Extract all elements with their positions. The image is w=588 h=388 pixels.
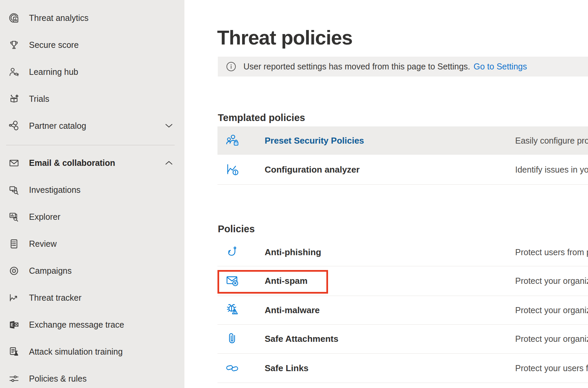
row-configuration-analyzer[interactable]: Configuration analyzer Identify issues i… [217, 155, 588, 185]
page-title: Threat policies [217, 26, 352, 49]
policy-row-label: Configuration analyzer [265, 165, 360, 175]
policy-row-description: Protect your organiz [515, 276, 588, 286]
anti-spam-icon [225, 273, 240, 289]
chevron-down-icon[interactable] [165, 123, 173, 128]
sidebar-item-label: Secure score [29, 40, 79, 50]
row-anti-spam[interactable]: Anti-spam Protect your organiz [217, 266, 588, 296]
sidebar-item-investigations[interactable]: Investigations [0, 176, 184, 203]
templated-policies-heading: Templated policies [218, 112, 305, 123]
sidebar-item-label: Policies & rules [29, 374, 87, 384]
row-safe-links[interactable]: Safe Links Protect your users fr [217, 353, 588, 383]
sidebar-item-partner-catalog[interactable]: Partner catalog [0, 112, 184, 139]
row-safe-attachments[interactable]: Safe Attachments Protect your organiz [217, 324, 588, 354]
learning-hub-icon [7, 65, 21, 79]
safe-attachments-icon [225, 331, 240, 347]
campaigns-icon [7, 264, 21, 277]
safe-links-icon [225, 360, 240, 376]
sidebar-item-campaigns[interactable]: Campaigns [0, 257, 184, 284]
policy-row-description: Protect your organiz [515, 305, 588, 315]
policy-row-description: Protect users from p [515, 247, 588, 257]
sidebar-nav: Threat analytics Secure score Learning h… [0, 0, 184, 388]
info-icon [226, 62, 236, 71]
policy-row-description: Protect your organiz [515, 334, 588, 344]
exchange-icon [7, 318, 21, 331]
banner-text: User reported settings has moved from th… [243, 62, 470, 71]
explorer-icon [7, 210, 21, 223]
sidebar-item-label: Partner catalog [29, 121, 86, 131]
partner-catalog-icon [7, 119, 21, 132]
sidebar-item-label: Review [29, 239, 57, 249]
sidebar-item-policies-rules[interactable]: Policies & rules [0, 365, 184, 388]
review-icon [7, 237, 21, 250]
trials-icon [7, 92, 21, 106]
anti-phishing-icon [225, 244, 240, 260]
sidebar-item-label: Attack simulation training [29, 347, 123, 357]
threat-policies-page: Threat analytics Secure score Learning h… [0, 0, 588, 388]
sidebar-item-label: Threat tracker [29, 293, 82, 303]
threat-tracker-icon [7, 291, 21, 304]
info-banner: User reported settings has moved from th… [218, 57, 588, 77]
threat-analytics-icon [7, 11, 21, 25]
sidebar-item-secure-score[interactable]: Secure score [0, 31, 184, 58]
preset-security-policies-icon [225, 133, 240, 148]
sidebar-item-threat-analytics[interactable]: Threat analytics [0, 4, 184, 31]
policy-row-label: Anti-phishing [265, 247, 321, 257]
policy-row-description: Easily configure prot [515, 136, 588, 146]
sidebar-item-label: Investigations [29, 185, 81, 195]
sidebar-item-attack-simulation-training[interactable]: Attack simulation training [0, 338, 184, 365]
policy-row-description: Identify issues in you [515, 165, 588, 175]
anti-malware-icon [225, 302, 240, 318]
policy-row-description: Protect your users fr [515, 363, 588, 373]
policies-heading: Policies [218, 223, 255, 235]
secure-score-icon [7, 38, 21, 52]
policy-row-label: Anti-malware [265, 305, 320, 315]
main-content: Threat policies User reported settings h… [184, 0, 588, 388]
chevron-up-icon[interactable] [165, 160, 173, 165]
sidebar-item-label: Trials [29, 94, 49, 104]
sidebar-item-threat-tracker[interactable]: Threat tracker [0, 284, 184, 311]
investigations-icon [7, 183, 21, 197]
sidebar-item-learning-hub[interactable]: Learning hub [0, 58, 184, 85]
configuration-analyzer-icon [225, 162, 240, 177]
policy-row-label: Safe Attachments [265, 334, 339, 344]
email-collaboration-icon [7, 156, 21, 170]
row-preset-security-policies[interactable]: Preset Security Policies Easily configur… [217, 126, 588, 155]
sidebar-item-label: Exchange message trace [29, 320, 124, 330]
sidebar-item-label: Campaigns [29, 266, 71, 276]
sidebar-divider [6, 145, 175, 145]
sidebar-item-label: Explorer [29, 212, 60, 222]
sidebar-item-review[interactable]: Review [0, 230, 184, 257]
attack-simulation-icon [7, 345, 21, 358]
sidebar-item-label: Learning hub [29, 67, 78, 77]
policies-rules-icon [7, 372, 21, 385]
row-anti-malware[interactable]: Anti-malware Protect your organiz [217, 296, 588, 325]
sidebar-item-email-collaboration[interactable]: Email & collaboration [0, 149, 184, 176]
row-anti-phishing[interactable]: Anti-phishing Protect users from p [217, 238, 588, 266]
sidebar-item-exchange-message-trace[interactable]: Exchange message trace [0, 311, 184, 338]
policy-row-label: Safe Links [265, 363, 308, 373]
sidebar-item-trials[interactable]: Trials [0, 85, 184, 112]
policy-row-label: Preset Security Policies [265, 136, 364, 146]
go-to-settings-link[interactable]: Go to Settings [474, 62, 527, 71]
sidebar-item-label: Email & collaboration [29, 158, 115, 168]
sidebar-item-label: Threat analytics [29, 13, 88, 23]
policy-row-label: Anti-spam [265, 276, 307, 286]
sidebar-item-explorer[interactable]: Explorer [0, 203, 184, 230]
